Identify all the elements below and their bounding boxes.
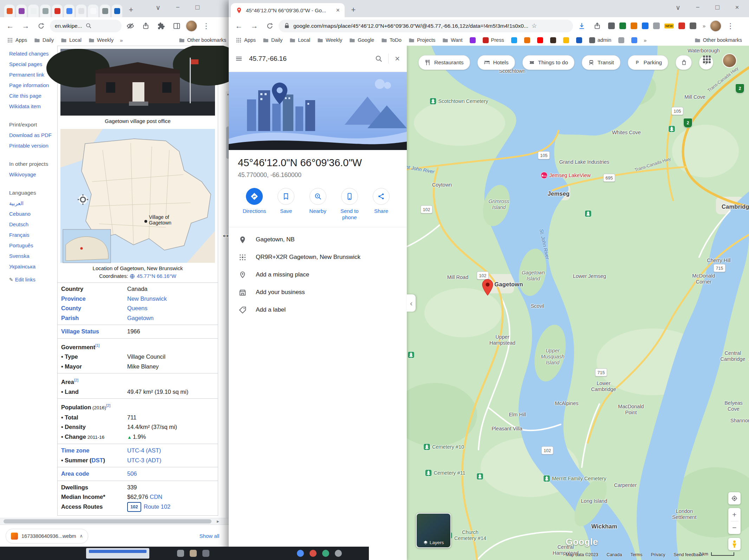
footer-map-data-2023[interactable]: Map data ©2023: [566, 552, 598, 557]
new-tab-button[interactable]: +: [348, 5, 359, 15]
account-avatar[interactable]: [722, 53, 737, 68]
reference-link[interactable]: [2]: [74, 378, 78, 382]
sidebar-item-portugu-s[interactable]: Português: [9, 240, 55, 251]
search-icon[interactable]: [375, 55, 383, 63]
scroll-right-arrow[interactable]: ►: [216, 518, 220, 525]
filter-chip-parking[interactable]: PParking: [628, 55, 669, 70]
sidebar-item-fran-ais[interactable]: Français: [9, 230, 55, 240]
browser-tab[interactable]: [112, 5, 122, 17]
forward-button[interactable]: →: [248, 19, 261, 33]
browser-tab[interactable]: [4, 5, 15, 17]
browser-tab[interactable]: [40, 5, 51, 17]
label-text[interactable]: Province: [61, 295, 86, 302]
filter-chip-hotels[interactable]: Hotels: [477, 55, 515, 70]
label-text[interactable]: Village Status: [61, 328, 99, 334]
bookmark-favicon[interactable]: [573, 36, 585, 44]
layers-button[interactable]: Layers: [416, 513, 451, 548]
extension-new-badge[interactable]: NEW: [664, 24, 674, 28]
place-item-add-a-label[interactable]: Add a label: [229, 301, 407, 319]
chevron-up-icon[interactable]: ∧: [80, 533, 83, 539]
browser-tab[interactable]: [52, 5, 63, 17]
bookmark-local[interactable]: Local: [287, 36, 313, 44]
value-text[interactable]: Route 102: [144, 503, 170, 510]
back-button[interactable]: ←: [4, 19, 17, 33]
bookmark-projects[interactable]: Projects: [406, 36, 438, 44]
value-text[interactable]: 506: [127, 470, 137, 477]
label-text[interactable]: Area code: [61, 470, 89, 477]
extension-icon-7[interactable]: [690, 22, 696, 29]
profile-avatar[interactable]: [185, 20, 197, 32]
bookmark-want[interactable]: Want: [439, 36, 465, 44]
value-text[interactable]: UTC-4 (AST): [127, 447, 161, 454]
bookmark-favicon[interactable]: [616, 36, 627, 44]
sidebar-item-printable-version[interactable]: Printable version: [9, 141, 55, 151]
bookmark-daily[interactable]: Daily: [31, 36, 57, 44]
nearby-button[interactable]: Nearby: [303, 188, 333, 221]
sidebar-item-page-information[interactable]: Page information: [9, 80, 55, 91]
download-icon[interactable]: [575, 19, 588, 33]
taskbar-icon-1[interactable]: [190, 550, 197, 557]
google-apps-grid-icon[interactable]: [703, 56, 711, 63]
browser-tab[interactable]: [88, 5, 98, 17]
profile-avatar[interactable]: [710, 20, 722, 32]
bookmark-todo[interactable]: ToDo: [378, 36, 404, 44]
place-item-qr9r-x2r-gagetown-new-brunswick[interactable]: QR9R+X2R Gagetown, New Brunswick: [229, 248, 407, 266]
footer-privacy[interactable]: Privacy: [651, 552, 665, 557]
bookmark-google[interactable]: Google: [346, 36, 377, 44]
my-location-button[interactable]: [728, 492, 741, 504]
window-control-0[interactable]: ∨: [671, 4, 685, 12]
save-button[interactable]: Save: [271, 188, 301, 221]
sidebar-item-wikivoyage[interactable]: Wikivoyage: [9, 169, 55, 180]
map-canvas[interactable]: WaterboroughScotchtownMill CoveScotchtow…: [407, 46, 749, 560]
hscrollbar-thumb[interactable]: [4, 519, 211, 523]
filter-chip-transit[interactable]: Transit: [582, 55, 620, 70]
footer-terms[interactable]: Terms: [630, 552, 642, 557]
extension-icon-2[interactable]: [631, 22, 637, 29]
sidebar-item-item[interactable]: Українська: [9, 261, 55, 272]
address-bar[interactable]: google.com/maps/place/45°46'12.0"N+66°09…: [279, 20, 573, 32]
bookmarks-overflow-chevron[interactable]: »: [641, 37, 649, 43]
label-text[interactable]: County: [61, 305, 81, 311]
value-text[interactable]: Queens: [127, 305, 148, 311]
extension-icon-1[interactable]: [619, 22, 626, 29]
menu-dots-icon[interactable]: ⋮: [200, 19, 213, 33]
bookmark-favicon[interactable]: [534, 36, 546, 44]
sidebar-item-deutsch[interactable]: Deutsch: [9, 219, 55, 230]
send-to-phone-button[interactable]: Send to phone: [334, 188, 365, 221]
bookmark-star-icon[interactable]: ☆: [532, 22, 537, 30]
bookmark-local[interactable]: Local: [58, 36, 84, 44]
taskbar-icon-0[interactable]: [177, 550, 184, 557]
browser-tab[interactable]: [16, 5, 27, 17]
value-text[interactable]: Gagetown: [127, 315, 154, 321]
horizontal-scrollbar[interactable]: ►: [0, 518, 233, 525]
window-control-2[interactable]: □: [710, 4, 724, 11]
sidebar-item-cite-this-page[interactable]: Cite this page: [9, 91, 55, 101]
other-bookmarks-button[interactable]: Other bookmarks: [692, 36, 745, 44]
bookmark-favicon[interactable]: [560, 36, 572, 44]
bookmark-weekly[interactable]: Weekly: [314, 36, 345, 44]
filter-chip-restaurants[interactable]: Restaurants: [418, 55, 470, 70]
extension-icon-6[interactable]: [678, 22, 685, 29]
sidebar-item-related-changes[interactable]: Related changes: [9, 48, 55, 59]
coordinates-link[interactable]: 45.77°N 66.16°W: [137, 273, 176, 279]
sidebar-item-cebuano[interactable]: Cebuano: [9, 209, 55, 219]
window-control-2[interactable]: □: [190, 4, 204, 11]
place-item-gagetown-nb[interactable]: Gagetown, NB: [229, 231, 407, 248]
label-link[interactable]: DST: [91, 457, 103, 463]
collapse-panel-button[interactable]: ‹: [407, 294, 416, 312]
extension-icon-0[interactable]: [608, 22, 615, 29]
taskbar-icon-2[interactable]: [202, 550, 209, 557]
bookmark-admin[interactable]: admin: [586, 36, 614, 44]
address-bar[interactable]: en.wikipe...: [50, 20, 122, 32]
window-control-0[interactable]: ∨: [151, 4, 165, 12]
extension-icon-3[interactable]: [642, 22, 649, 29]
send-share-icon[interactable]: [591, 19, 604, 33]
edit-links[interactable]: ✎Edit links: [9, 277, 55, 282]
other-bookmarks-button[interactable]: Other bookmarks: [176, 36, 229, 44]
reference-link[interactable]: [2]: [106, 403, 110, 408]
tray-icon-2[interactable]: [322, 550, 329, 557]
toolbar-overflow-chevron[interactable]: »: [701, 23, 708, 29]
browser-tab[interactable]: [100, 5, 110, 17]
reference-link[interactable]: [1]: [95, 343, 99, 347]
bookmark-favicon[interactable]: [508, 36, 520, 44]
